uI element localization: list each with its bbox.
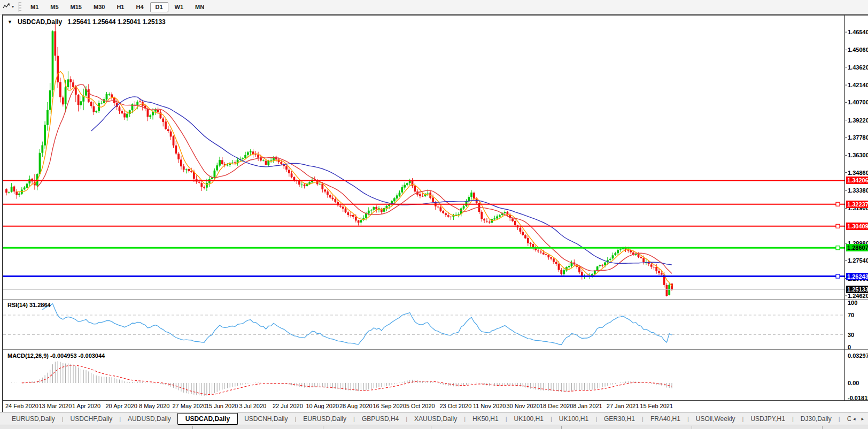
price-axis-tick: 1.24620 bbox=[848, 293, 868, 299]
chart-dropdown-icon[interactable]: ▼ bbox=[7, 19, 12, 25]
chart-window[interactable]: ▼ USDCAD,Daily 1.25641 1.25644 1.25041 1… bbox=[2, 14, 868, 413]
charts-toolbar-button[interactable]: ▾ bbox=[0, 1, 17, 13]
macd-axis-tick: -0.018154 bbox=[848, 395, 868, 401]
tab-ger30-h1[interactable]: GER30,H1 bbox=[598, 413, 641, 424]
status-separator bbox=[561, 426, 562, 429]
price-axis-tick: 1.42140 bbox=[848, 82, 868, 88]
timeframe-button-m15[interactable]: M15 bbox=[65, 2, 87, 12]
status-separator bbox=[431, 426, 431, 429]
price-axis-tick: 1.45060 bbox=[848, 47, 868, 53]
date-axis-label: 3 Jul 2020 bbox=[239, 403, 266, 409]
price-line-label: 1.34206 bbox=[846, 177, 868, 184]
date-axis-label: 10 Aug 2020 bbox=[306, 403, 339, 409]
timeframe-button-m1[interactable]: M1 bbox=[25, 2, 44, 12]
timeframe-button-d1[interactable]: D1 bbox=[150, 2, 168, 12]
date-axis-label: 23 Oct 2020 bbox=[439, 403, 471, 409]
tab-usoil-weekly[interactable]: USOil,Weekly bbox=[689, 413, 742, 424]
toolbar-grip[interactable] bbox=[18, 2, 21, 12]
tab-usdjpy-h1[interactable]: USDJPY,H1 bbox=[744, 413, 791, 424]
chart-ohlc-values: 1.25641 1.25644 1.25041 1.25133 bbox=[67, 18, 166, 26]
rsi-axis-tick: 70 bbox=[848, 312, 854, 318]
rsi-axis-tick: 0 bbox=[848, 344, 851, 350]
date-axis-label: 1 Apr 2020 bbox=[72, 403, 100, 409]
rsi-axis-tick: 100 bbox=[848, 300, 857, 306]
tab-eurusd-daily[interactable]: EURUSD,Daily bbox=[297, 413, 353, 424]
date-axis-label: 15 Jun 2020 bbox=[206, 403, 238, 409]
price-axis-tick: 1.36300 bbox=[848, 152, 868, 158]
price-axis-tick: 1.46540 bbox=[848, 29, 868, 35]
chart-title: ▼ USDCAD,Daily 1.25641 1.25644 1.25041 1… bbox=[7, 18, 166, 26]
price-axis-tick: 1.40700 bbox=[848, 99, 868, 105]
tab-usdcad-daily[interactable]: USDCAD,Daily bbox=[177, 413, 238, 425]
status-bar bbox=[0, 425, 868, 429]
date-axis-label: 22 Jul 2020 bbox=[273, 403, 303, 409]
date-axis-label: 27 May 2020 bbox=[173, 403, 207, 409]
date-axis-label: 8 Jan 2021 bbox=[573, 403, 602, 409]
price-line-label: 1.32237 bbox=[846, 201, 868, 208]
price-axis-tick: 1.43620 bbox=[848, 64, 868, 71]
tab-audusd-daily[interactable]: AUDUSD,Daily bbox=[121, 413, 177, 424]
date-axis-label: 5 Oct 2020 bbox=[406, 403, 435, 409]
timeframe-button-w1[interactable]: W1 bbox=[169, 2, 189, 12]
price-line-label: 1.30409 bbox=[846, 223, 868, 230]
timeframe-buttons: M1M5M15M30H1H4D1W1MN bbox=[25, 0, 210, 14]
tab-uk100-h1[interactable]: UK100,H1 bbox=[553, 413, 595, 424]
date-axis-label: 11 Nov 2020 bbox=[473, 403, 506, 409]
chart-cursor-icon bbox=[3, 2, 11, 12]
timeframe-button-h1[interactable]: H1 bbox=[111, 2, 129, 12]
date-axis-label: 27 Jan 2021 bbox=[607, 403, 639, 409]
status-separator bbox=[822, 426, 823, 429]
tab-xauusd-daily[interactable]: XAUUSD,Daily bbox=[408, 413, 463, 424]
timeframe-button-h4[interactable]: H4 bbox=[130, 2, 149, 12]
price-axis-tick: 1.37780 bbox=[848, 134, 868, 141]
timeframe-button-m5[interactable]: M5 bbox=[45, 2, 64, 12]
tabs-scroll-right-icon[interactable]: ► bbox=[861, 417, 865, 422]
price-axis-tick: 1.34860 bbox=[848, 170, 868, 176]
rsi-indicator-label: RSI(14) 31.2864 bbox=[7, 302, 51, 308]
date-axis-label: 8 May 2020 bbox=[139, 403, 169, 409]
tab-usdchf-daily[interactable]: USDCHF,Daily bbox=[64, 413, 119, 424]
date-axis-label: 16 Sep 2020 bbox=[373, 403, 406, 409]
date-axis-label: 15 Feb 2021 bbox=[640, 403, 673, 409]
price-axis-tick: 1.27540 bbox=[848, 257, 868, 264]
status-separator bbox=[192, 426, 193, 429]
tab-dj30-daily[interactable]: DJ30,Daily bbox=[794, 413, 838, 424]
price-chart-canvas[interactable] bbox=[3, 16, 868, 413]
top-toolbar: ▾ M1M5M15M30H1H4D1W1MN bbox=[0, 0, 868, 14]
tab-hk50-h1[interactable]: HK50,H1 bbox=[466, 413, 505, 424]
macd-axis-tick: 0.032972 bbox=[848, 353, 868, 359]
price-axis-tick: 1.33380 bbox=[848, 187, 868, 194]
date-axis: 24 Feb 202013 Mar 20201 Apr 202020 Apr 2… bbox=[3, 401, 868, 413]
macd-axis-tick: 0.00 bbox=[848, 380, 859, 386]
current-price-label: 1.25133 bbox=[846, 286, 868, 293]
timeframe-button-mn[interactable]: MN bbox=[190, 2, 210, 12]
status-separator bbox=[692, 426, 692, 429]
rsi-axis-tick: 30 bbox=[848, 332, 854, 338]
date-axis-label: 28 Aug 2020 bbox=[339, 403, 373, 409]
macd-indicator-label: MACD(12,26,9) -0.004953 -0.003044 bbox=[7, 353, 105, 359]
chart-symbol-label: USDCAD,Daily bbox=[18, 18, 62, 26]
timeframe-button-m30[interactable]: M30 bbox=[88, 2, 110, 12]
tab-eurusd-daily[interactable]: EURUSD,Daily bbox=[5, 413, 61, 424]
price-line-label: 1.26243 bbox=[846, 273, 868, 280]
price-line-label: 1.28607 bbox=[846, 244, 868, 251]
chart-tabs: EURUSD,Daily|USDCHF,Daily|AUDUSD,DailyUS… bbox=[0, 412, 851, 425]
tab-fra40-h1[interactable]: FRA40,H1 bbox=[644, 413, 687, 424]
date-axis-label: 24 Feb 2020 bbox=[5, 403, 38, 409]
chart-tab-bar: EURUSD,Daily|USDCHF,Daily|AUDUSD,DailyUS… bbox=[0, 412, 868, 425]
tab-gbpusd-h4[interactable]: GBPUSD,H4 bbox=[355, 413, 405, 424]
tab-usdcnh-daily[interactable]: USDCNH,Daily bbox=[238, 413, 294, 424]
date-axis-label: 30 Nov 2020 bbox=[506, 403, 539, 409]
chevron-down-icon: ▾ bbox=[12, 5, 14, 9]
date-axis-label: 20 Apr 2020 bbox=[106, 403, 137, 409]
status-separator bbox=[323, 426, 323, 429]
tab-uk100-h1[interactable]: UK100,H1 bbox=[508, 413, 550, 424]
date-axis-label: 13 Mar 2020 bbox=[39, 403, 72, 409]
tab-china300-h1[interactable]: CHINA300,H1 bbox=[841, 413, 851, 424]
date-axis-label: 18 Dec 2020 bbox=[540, 403, 573, 409]
price-axis-tick: 1.39220 bbox=[848, 117, 868, 124]
tabs-scroll-left-icon[interactable]: ◄ bbox=[852, 417, 856, 422]
mt4-application: ▾ M1M5M15M30H1H4D1W1MN ▼ USDCAD,Daily 1.… bbox=[0, 0, 868, 429]
